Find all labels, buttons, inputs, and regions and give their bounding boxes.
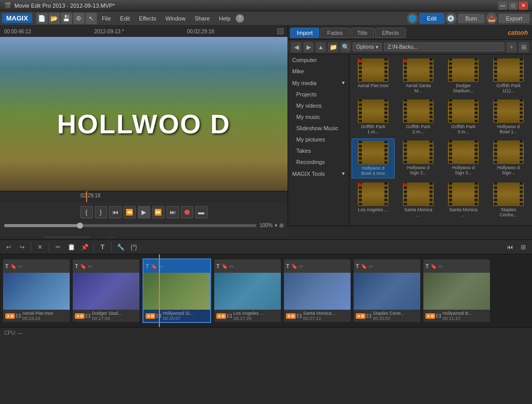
menu-share[interactable]: Share: [191, 14, 214, 23]
tab-fades[interactable]: Fades: [320, 28, 350, 38]
progress-thumb[interactable]: [77, 223, 83, 229]
mb-folder-button[interactable]: 📁: [328, 42, 338, 52]
menu-help[interactable]: Help: [215, 14, 235, 23]
set-in-button[interactable]: {: [80, 206, 93, 218]
clip-icon: ▭: [88, 264, 92, 269]
file-item[interactable]: Dodger Stadium...: [442, 56, 485, 95]
file-item[interactable]: Griffith Park 3.m...: [442, 97, 485, 136]
mb-grid-button[interactable]: ⊞: [519, 42, 529, 52]
preview-collapse-button[interactable]: [277, 28, 283, 34]
minimize-button[interactable]: —: [498, 2, 507, 10]
clip-aerial-pier[interactable]: T 🔖 ▭ A B 🎞 Aerial Pier.mov 00:24:24: [3, 259, 70, 322]
effects-button[interactable]: 🔧: [115, 241, 126, 253]
file-item[interactable]: Aerial Pier.mov: [352, 56, 395, 95]
menu-window[interactable]: Window: [161, 14, 190, 23]
tab-title[interactable]: Title: [351, 28, 374, 38]
sidebar-item-projects[interactable]: Projects: [288, 89, 349, 100]
zoom-expand-icon[interactable]: ⊞: [279, 223, 283, 228]
close-button[interactable]: ✕: [519, 2, 528, 10]
preview-video: HOLLWOO D: [0, 37, 288, 191]
skip-start-button[interactable]: ⏮: [504, 241, 516, 253]
mb-back-button[interactable]: ◀: [291, 42, 301, 52]
copy-button[interactable]: 📋: [66, 241, 77, 253]
file-item[interactable]: Hollywoo d Bowl 1...: [487, 97, 530, 136]
settings-button[interactable]: ⚙: [73, 13, 85, 24]
timeline-settings-button[interactable]: ⊞: [518, 241, 529, 253]
sidebar-item-recordings[interactable]: Recordings: [288, 156, 349, 168]
file-item[interactable]: Hollywoo d Sign...: [487, 138, 530, 178]
redo-button[interactable]: ↪: [16, 241, 28, 253]
file-item[interactable]: Santa Monica ...: [442, 180, 485, 219]
clip-hollywood-bowl[interactable]: T 🔖 ▭ A B 🎞 Hollywood B... 00:11:17: [423, 259, 490, 322]
clip-bookmark-icon: 🔖: [431, 264, 437, 269]
sidebar-item-mike[interactable]: Mike: [288, 66, 349, 77]
clip-dodger-stadium[interactable]: T 🔖 ▭ A B 🎞 Dodger Stad... 00:17:04: [73, 259, 139, 322]
mb-add-button[interactable]: ＋: [506, 42, 517, 52]
mb-up-button[interactable]: ▲: [316, 42, 326, 52]
maximize-button[interactable]: □: [508, 2, 518, 10]
menu-effects[interactable]: Effects: [135, 14, 160, 23]
help-icon-button[interactable]: ?: [236, 14, 244, 23]
file-item[interactable]: Hollywoo d Sign 3...: [442, 138, 485, 178]
clip-los-angeles[interactable]: T 🔖 ▭ A B 🎞 Los Angeles ... 00:17:29: [214, 259, 281, 322]
file-item[interactable]: Griffith Park 1(1)...: [487, 56, 530, 95]
mb-options-dropdown[interactable]: Options ▾: [353, 43, 382, 51]
set-out-button[interactable]: }: [95, 206, 107, 218]
mode-export-button[interactable]: Export: [498, 13, 530, 24]
cursor-button[interactable]: ↖: [86, 13, 97, 24]
delete-button[interactable]: ✕: [34, 241, 46, 253]
clip-santa-monica[interactable]: T 🔖 ▭ A B 🎞 Santa Monica... 00:27:11: [284, 259, 351, 322]
fullscreen-button[interactable]: ▬: [195, 206, 208, 218]
tab-effects[interactable]: Effects: [375, 28, 405, 38]
file-item-selected[interactable]: Hollywoo d Bowl 4.mov: [352, 138, 395, 178]
prev-button[interactable]: ⏪: [124, 206, 136, 218]
menu-edit[interactable]: Edit: [116, 14, 134, 23]
timeline-clips-area[interactable]: T 🔖 ▭ A B 🎞 Aerial Pier.mov 00:24:24: [0, 254, 532, 327]
clip-bookmark-icon: 🔖: [10, 264, 16, 269]
sidebar-item-magix-tools[interactable]: MAGIX Tools▾: [288, 168, 349, 179]
sidebar-item-slideshow-music[interactable]: Slideshow Music: [288, 123, 349, 134]
new-button[interactable]: 📄: [36, 13, 48, 24]
clip-thumbnail: [354, 273, 420, 310]
sidebar-item-computer[interactable]: Computer: [288, 54, 349, 66]
cut-button[interactable]: ✂: [52, 241, 64, 253]
paste-button[interactable]: 📌: [79, 241, 90, 253]
progress-bar[interactable]: [4, 224, 256, 227]
file-item[interactable]: Santa Monica ...: [397, 180, 440, 219]
undo-button[interactable]: ↩: [3, 241, 14, 253]
clip-hollywood-sign[interactable]: T 🔖 ▭ A B 🎞 Hollywood Si... 00:25:07: [142, 258, 211, 323]
save-button[interactable]: 💾: [61, 13, 72, 24]
sidebar-item-my-music[interactable]: My music: [288, 111, 349, 123]
prev-frame-button[interactable]: ⏮: [109, 206, 121, 218]
file-item[interactable]: Staples Centre...: [487, 180, 530, 219]
sidebar-item-takes[interactable]: Takes: [288, 145, 349, 156]
next-button[interactable]: ⏩: [152, 206, 165, 218]
mb-forward-button[interactable]: ▶: [303, 42, 314, 52]
sidebar-item-my-pictures[interactable]: My pictures: [288, 134, 349, 145]
clip-name: Aerial Pier.mov: [22, 311, 68, 316]
open-button[interactable]: 📂: [49, 13, 60, 24]
zoom-dropdown-icon[interactable]: ▾: [275, 223, 277, 228]
sidebar-item-my-videos[interactable]: My videos: [288, 100, 349, 111]
mode-edit-button[interactable]: Edit: [419, 13, 444, 24]
text-button[interactable]: T: [97, 241, 108, 253]
transitions-button[interactable]: {*}: [128, 241, 139, 253]
file-item[interactable]: Aerial Santa M...: [397, 56, 440, 95]
next-frame-button[interactable]: ⏭: [167, 206, 179, 218]
menu-file[interactable]: File: [98, 14, 115, 23]
file-item[interactable]: Griffith Park 1.m...: [352, 97, 395, 136]
tab-import[interactable]: Import: [290, 28, 319, 38]
clip-icon: ▭: [299, 264, 303, 269]
preview-timeline-bar[interactable]: 02:29:18: [0, 191, 288, 202]
clip-staples-centre[interactable]: T 🔖 ▭ A B 🎞 Staples Centr... 00:25:07: [354, 259, 420, 322]
file-item[interactable]: Hollywoo d Sign 2...: [397, 138, 440, 178]
file-thumbnail: [448, 183, 479, 206]
sidebar-item-my-media[interactable]: My media▾: [288, 77, 349, 89]
record-button[interactable]: [181, 206, 193, 218]
mb-search-button[interactable]: 🔍: [340, 42, 351, 52]
play-button[interactable]: ▶: [138, 206, 150, 218]
mode-burn-button[interactable]: Burn: [458, 13, 485, 24]
file-item[interactable]: Los Angeles ...: [352, 180, 395, 219]
preview-controls: { } ⏮ ⏪ ▶ ⏩ ⏭ ▬ 100% ▾ ⊞: [0, 202, 288, 237]
file-item[interactable]: Griffith Park 2.m...: [397, 97, 440, 136]
